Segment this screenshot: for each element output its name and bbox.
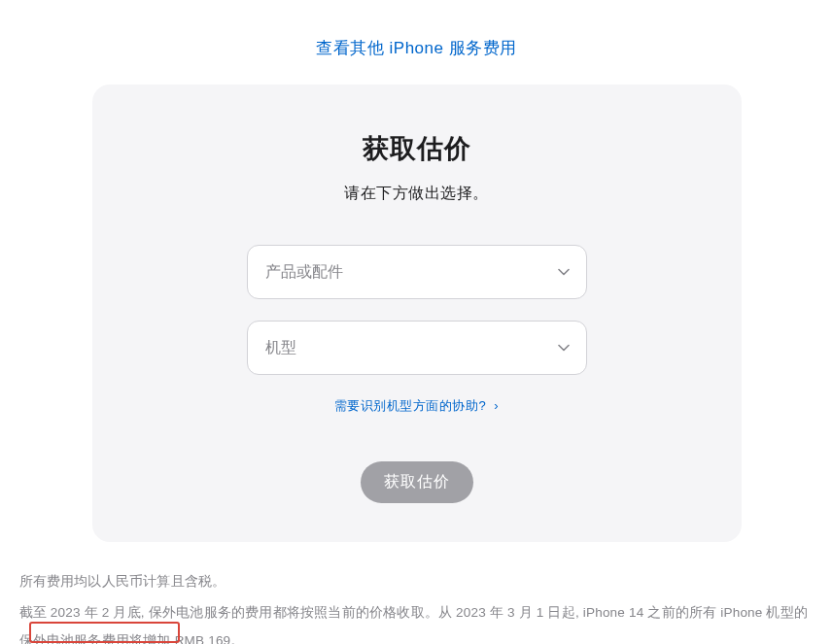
product-select-placeholder: 产品或配件 [265,262,343,283]
product-select[interactable]: 产品或配件 [247,245,587,299]
get-estimate-button[interactable]: 获取估价 [361,461,473,503]
model-select-placeholder: 机型 [265,338,296,358]
other-services-link[interactable]: 查看其他 iPhone 服务费用 [316,39,516,57]
model-select[interactable]: 机型 [247,321,587,375]
help-link-label: 需要识别机型方面的协助? [334,398,486,413]
card-subtitle: 请在下方做出选择。 [121,184,712,204]
identify-model-help-link[interactable]: 需要识别机型方面的协助? › [334,398,499,413]
footer-notes: 所有费用均以人民币计算且含税。 截至 2023 年 2 月底, 保外电池服务的费… [14,567,820,644]
chevron-right-icon: › [494,398,499,413]
footer-line-2: 截至 2023 年 2 月底, 保外电池服务的费用都将按照当前的价格收取。从 2… [19,598,815,644]
chevron-down-icon [557,341,571,355]
footer-line-1: 所有费用均以人民币计算且含税。 [19,567,815,596]
estimate-card: 获取估价 请在下方做出选择。 产品或配件 机型 需要识别机型方面的协助? › 获… [92,85,742,542]
card-title: 获取估价 [121,131,712,166]
chevron-down-icon [557,265,571,279]
